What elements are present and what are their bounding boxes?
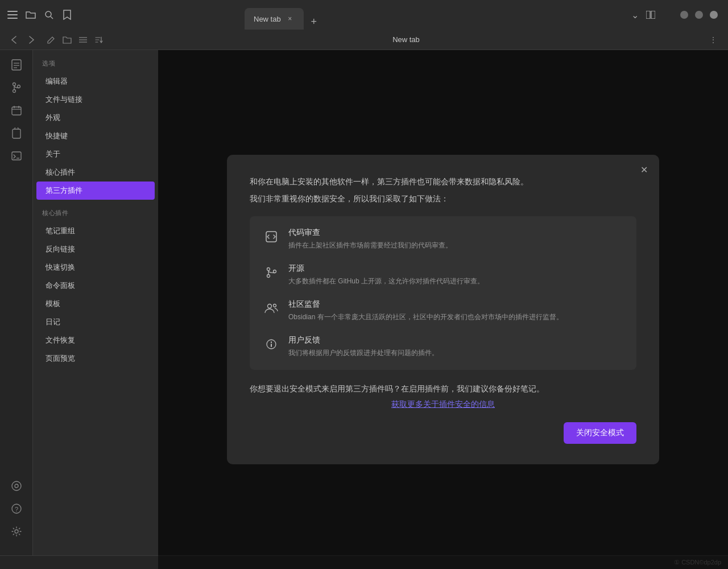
feature-code-review-title: 代码审查 xyxy=(288,228,452,238)
modal-close-button[interactable]: ✕ xyxy=(636,163,651,178)
feature-code-review: 代码审查 插件在上架社区插件市场前需要经过我们的代码审查。 xyxy=(263,228,623,251)
sidebar-toggle-icon[interactable] xyxy=(7,9,18,20)
second-toolbar: New tab ⋮ xyxy=(0,30,728,50)
settings-section2-label: 核心插件 xyxy=(33,209,158,222)
titlebar-left xyxy=(0,9,239,20)
edit-icon[interactable] xyxy=(46,34,57,46)
settings-icon[interactable] xyxy=(6,521,27,542)
calendar-icon[interactable] xyxy=(6,100,27,121)
modal-link[interactable]: 获取更多关于插件安全的信息 xyxy=(250,399,636,410)
settings-item-quick-switch[interactable]: 快速切换 xyxy=(36,258,155,277)
git-icon[interactable] xyxy=(6,77,27,98)
svg-rect-5 xyxy=(646,11,650,19)
titlebar: New tab × + ⌄ xyxy=(0,0,728,30)
settings-item-third-party[interactable]: 第三方插件 xyxy=(36,182,155,200)
feature-community-title: 社区监督 xyxy=(288,299,563,310)
svg-rect-10 xyxy=(12,60,21,70)
feature-open-source-desc: 大多数插件都在 GitHub 上开源，这允许你对插件代码进行审查。 xyxy=(288,276,484,287)
settings-item-editor[interactable]: 编辑器 xyxy=(36,72,155,90)
settings-item-files[interactable]: 文件与链接 xyxy=(36,90,155,109)
toolbar2-right: ⋮ xyxy=(708,34,719,46)
close-safe-mode-button[interactable]: 关闭安全模式 xyxy=(564,422,636,444)
toolbar2-center-label: New tab xyxy=(109,35,703,44)
sidebar-bottom-icons: ? xyxy=(6,476,27,549)
layout-icon[interactable] xyxy=(645,9,656,20)
svg-rect-22 xyxy=(12,152,21,160)
svg-point-34 xyxy=(274,304,276,307)
new-tab-button[interactable]: + xyxy=(306,14,322,30)
window-close-button[interactable] xyxy=(710,11,718,19)
settings-item-appearance[interactable]: 外观 xyxy=(36,109,155,127)
svg-point-14 xyxy=(13,83,15,86)
modal-bottom-text: 你想要退出安全模式来启用第三方插件吗？在启用插件前，我们建议你备份好笔记。 xyxy=(250,382,636,396)
settings-item-shortcuts[interactable]: 快捷键 xyxy=(36,127,155,145)
forward-icon[interactable] xyxy=(25,34,36,46)
list-icon[interactable] xyxy=(77,34,89,46)
folder-icon[interactable] xyxy=(61,34,73,46)
svg-point-28 xyxy=(15,530,18,533)
settings-item-backlinks[interactable]: 反向链接 xyxy=(36,240,155,258)
svg-rect-2 xyxy=(7,18,18,19)
modal-footer: 关闭安全模式 xyxy=(250,422,636,444)
tab-area: New tab × + xyxy=(239,0,620,30)
settings-item-diary[interactable]: 日记 xyxy=(36,313,155,331)
feature-community: 社区监督 Obsidian 有一个非常庞大且活跃的社区，社区中的开发者们也会对市… xyxy=(263,299,623,323)
feature-feedback-text: 用户反馈 我们将根据用户的反馈跟进并处理有问题的插件。 xyxy=(288,335,439,358)
svg-rect-6 xyxy=(651,11,655,19)
svg-line-4 xyxy=(51,17,53,19)
tab-label: New tab xyxy=(254,15,281,23)
svg-point-32 xyxy=(274,270,276,273)
svg-point-33 xyxy=(268,304,272,308)
code-review-icon xyxy=(263,229,279,245)
bookmark-icon[interactable] xyxy=(61,9,73,20)
modal-intro-line2: 我们非常重视你的数据安全，所以我们采取了如下做法： xyxy=(250,192,636,206)
more-options-icon[interactable]: ⋮ xyxy=(708,34,719,46)
settings-item-templates[interactable]: 模板 xyxy=(36,295,155,313)
svg-rect-1 xyxy=(7,14,18,15)
svg-point-25 xyxy=(15,484,18,488)
active-tab[interactable]: New tab × xyxy=(245,8,304,30)
modal: ✕ 和你在电脑上安装的其他软件一样，第三方插件也可能会带来数据和隐私风险。 我们… xyxy=(227,155,659,464)
settings-item-note-compose[interactable]: 笔记重组 xyxy=(36,222,155,240)
settings-item-core-plugins[interactable]: 核心插件 xyxy=(36,163,155,182)
open-folder-icon[interactable] xyxy=(25,9,36,20)
svg-point-3 xyxy=(46,11,51,17)
sort-icon[interactable] xyxy=(93,34,105,46)
window-minimize-button[interactable] xyxy=(680,11,688,19)
svg-rect-17 xyxy=(12,107,21,115)
terminal-icon[interactable] xyxy=(6,146,27,166)
feature-feedback-title: 用户反馈 xyxy=(288,335,439,345)
community-icon xyxy=(263,300,279,316)
search-icon[interactable] xyxy=(43,9,55,20)
vault-icon[interactable] xyxy=(6,476,27,496)
back-icon[interactable] xyxy=(9,34,20,46)
chevron-down-icon[interactable]: ⌄ xyxy=(629,9,640,20)
feature-community-text: 社区监督 Obsidian 有一个非常庞大且活跃的社区，社区中的开发者们也会对市… xyxy=(288,299,563,323)
feature-open-source-text: 开源 大多数插件都在 GitHub 上开源，这允许你对插件代码进行审查。 xyxy=(288,263,484,287)
window-maximize-button[interactable] xyxy=(695,11,703,19)
settings-item-page-preview[interactable]: 页面预览 xyxy=(36,349,155,368)
settings-item-file-recovery[interactable]: 文件恢复 xyxy=(36,331,155,349)
svg-point-31 xyxy=(267,274,270,277)
modal-features-box: 代码审查 插件在上架社区插件市场前需要经过我们的代码审查。 xyxy=(250,216,636,370)
new-note-icon[interactable] xyxy=(6,55,27,75)
settings-item-command-palette[interactable]: 命令面板 xyxy=(36,277,155,295)
modal-overlay: ✕ 和你在电脑上安装的其他软件一样，第三方插件也可能会带来数据和隐私风险。 我们… xyxy=(158,50,728,569)
svg-text:?: ? xyxy=(15,506,18,513)
settings-item-about[interactable]: 关于 xyxy=(36,145,155,163)
svg-point-15 xyxy=(13,90,15,93)
svg-point-30 xyxy=(267,267,270,270)
feature-community-desc: Obsidian 有一个非常庞大且活跃的社区，社区中的开发者们也会对市场中的插件… xyxy=(288,312,563,323)
feature-open-source-title: 开源 xyxy=(288,263,484,274)
help-icon[interactable]: ? xyxy=(6,498,27,519)
open-source-icon xyxy=(263,265,279,281)
sidebar-icon-strip: ? xyxy=(0,50,33,569)
clipboard-icon[interactable] xyxy=(6,123,27,143)
svg-rect-0 xyxy=(7,11,18,12)
feature-open-source: 开源 大多数插件都在 GitHub 上开源，这允许你对插件代码进行审查。 xyxy=(263,263,623,287)
tab-close-icon[interactable]: × xyxy=(286,14,295,23)
svg-point-24 xyxy=(12,481,21,490)
main-area: ? 选项 编辑器 文件与链接 外观 快捷键 关于 核心插件 第三方插件 核心插件… xyxy=(0,50,728,569)
titlebar-right: ⌄ xyxy=(620,9,728,20)
settings-content: ✕ 和你在电脑上安装的其他软件一样，第三方插件也可能会带来数据和隐私风险。 我们… xyxy=(158,50,728,569)
